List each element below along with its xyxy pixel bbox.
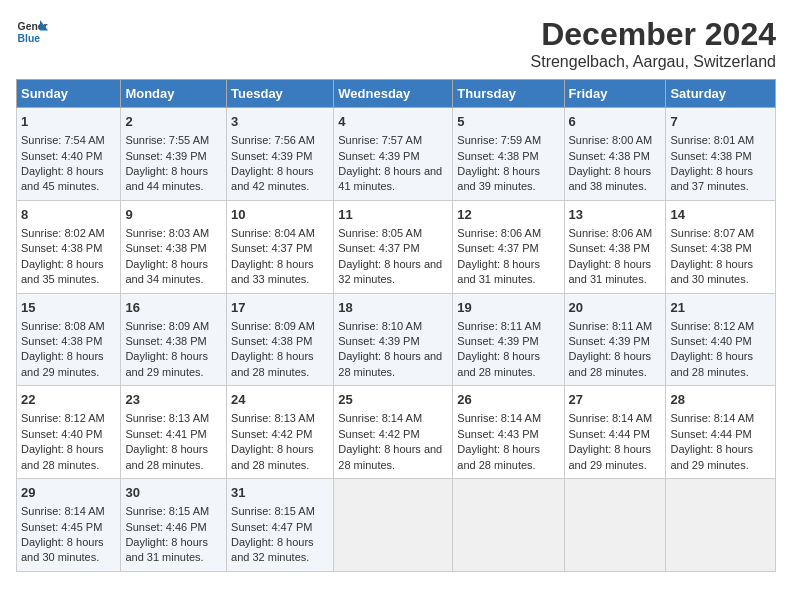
day-number: 9 [125, 206, 222, 224]
sunset-text: Sunset: 4:38 PM [21, 241, 116, 256]
calendar-cell [453, 479, 564, 572]
sunrise-text: Sunrise: 8:10 AM [338, 319, 448, 334]
sunrise-text: Sunrise: 8:02 AM [21, 226, 116, 241]
svg-text:Blue: Blue [18, 33, 41, 44]
sunset-text: Sunset: 4:38 PM [569, 241, 662, 256]
main-title: December 2024 [531, 16, 776, 53]
sunset-text: Sunset: 4:39 PM [457, 334, 559, 349]
sunset-text: Sunset: 4:37 PM [231, 241, 329, 256]
sunset-text: Sunset: 4:45 PM [21, 520, 116, 535]
sunset-text: Sunset: 4:40 PM [670, 334, 771, 349]
calendar-cell: 20Sunrise: 8:11 AMSunset: 4:39 PMDayligh… [564, 293, 666, 386]
header-day-sunday: Sunday [17, 80, 121, 108]
daylight-text: Daylight: 8 hours and 28 minutes. [21, 442, 116, 473]
day-number: 21 [670, 299, 771, 317]
calendar-cell: 5Sunrise: 7:59 AMSunset: 4:38 PMDaylight… [453, 108, 564, 201]
calendar-cell: 13Sunrise: 8:06 AMSunset: 4:38 PMDayligh… [564, 200, 666, 293]
sunrise-text: Sunrise: 8:14 AM [457, 411, 559, 426]
calendar-cell: 10Sunrise: 8:04 AMSunset: 4:37 PMDayligh… [227, 200, 334, 293]
sunset-text: Sunset: 4:38 PM [21, 334, 116, 349]
day-number: 13 [569, 206, 662, 224]
sunset-text: Sunset: 4:42 PM [231, 427, 329, 442]
daylight-text: Daylight: 8 hours and 35 minutes. [21, 257, 116, 288]
sunset-text: Sunset: 4:39 PM [231, 149, 329, 164]
day-number: 28 [670, 391, 771, 409]
sunrise-text: Sunrise: 8:08 AM [21, 319, 116, 334]
daylight-text: Daylight: 8 hours and 29 minutes. [569, 442, 662, 473]
daylight-text: Daylight: 8 hours and 33 minutes. [231, 257, 329, 288]
daylight-text: Daylight: 8 hours and 29 minutes. [21, 349, 116, 380]
day-number: 4 [338, 113, 448, 131]
day-number: 31 [231, 484, 329, 502]
day-number: 6 [569, 113, 662, 131]
sunrise-text: Sunrise: 8:09 AM [231, 319, 329, 334]
sunset-text: Sunset: 4:38 PM [457, 149, 559, 164]
day-number: 7 [670, 113, 771, 131]
week-row-3: 15Sunrise: 8:08 AMSunset: 4:38 PMDayligh… [17, 293, 776, 386]
sunrise-text: Sunrise: 8:09 AM [125, 319, 222, 334]
sunrise-text: Sunrise: 8:14 AM [670, 411, 771, 426]
day-number: 19 [457, 299, 559, 317]
daylight-text: Daylight: 8 hours and 28 minutes. [231, 442, 329, 473]
sunset-text: Sunset: 4:38 PM [125, 241, 222, 256]
calendar-cell: 30Sunrise: 8:15 AMSunset: 4:46 PMDayligh… [121, 479, 227, 572]
daylight-text: Daylight: 8 hours and 44 minutes. [125, 164, 222, 195]
day-number: 22 [21, 391, 116, 409]
calendar-cell: 3Sunrise: 7:56 AMSunset: 4:39 PMDaylight… [227, 108, 334, 201]
sunset-text: Sunset: 4:44 PM [569, 427, 662, 442]
calendar-cell: 11Sunrise: 8:05 AMSunset: 4:37 PMDayligh… [334, 200, 453, 293]
sunrise-text: Sunrise: 7:54 AM [21, 133, 116, 148]
header-day-tuesday: Tuesday [227, 80, 334, 108]
calendar-cell: 2Sunrise: 7:55 AMSunset: 4:39 PMDaylight… [121, 108, 227, 201]
sunset-text: Sunset: 4:39 PM [125, 149, 222, 164]
calendar-cell [666, 479, 776, 572]
calendar-cell [564, 479, 666, 572]
calendar-cell: 24Sunrise: 8:13 AMSunset: 4:42 PMDayligh… [227, 386, 334, 479]
calendar-cell: 9Sunrise: 8:03 AMSunset: 4:38 PMDaylight… [121, 200, 227, 293]
daylight-text: Daylight: 8 hours and 31 minutes. [125, 535, 222, 566]
title-block: December 2024 Strengelbach, Aargau, Swit… [531, 16, 776, 71]
daylight-text: Daylight: 8 hours and 28 minutes. [670, 349, 771, 380]
daylight-text: Daylight: 8 hours and 28 minutes. [231, 349, 329, 380]
calendar-cell: 8Sunrise: 8:02 AMSunset: 4:38 PMDaylight… [17, 200, 121, 293]
sunset-text: Sunset: 4:39 PM [569, 334, 662, 349]
subtitle: Strengelbach, Aargau, Switzerland [531, 53, 776, 71]
sunrise-text: Sunrise: 8:12 AM [670, 319, 771, 334]
day-number: 16 [125, 299, 222, 317]
sunrise-text: Sunrise: 8:14 AM [569, 411, 662, 426]
calendar-cell: 25Sunrise: 8:14 AMSunset: 4:42 PMDayligh… [334, 386, 453, 479]
sunset-text: Sunset: 4:44 PM [670, 427, 771, 442]
day-number: 29 [21, 484, 116, 502]
calendar-cell: 22Sunrise: 8:12 AMSunset: 4:40 PMDayligh… [17, 386, 121, 479]
calendar-cell [334, 479, 453, 572]
sunrise-text: Sunrise: 7:59 AM [457, 133, 559, 148]
sunset-text: Sunset: 4:39 PM [338, 149, 448, 164]
calendar-cell: 27Sunrise: 8:14 AMSunset: 4:44 PMDayligh… [564, 386, 666, 479]
sunset-text: Sunset: 4:38 PM [670, 149, 771, 164]
calendar-cell: 31Sunrise: 8:15 AMSunset: 4:47 PMDayligh… [227, 479, 334, 572]
sunset-text: Sunset: 4:38 PM [125, 334, 222, 349]
daylight-text: Daylight: 8 hours and 34 minutes. [125, 257, 222, 288]
daylight-text: Daylight: 8 hours and 42 minutes. [231, 164, 329, 195]
daylight-text: Daylight: 8 hours and 41 minutes. [338, 164, 448, 195]
sunrise-text: Sunrise: 8:12 AM [21, 411, 116, 426]
sunset-text: Sunset: 4:40 PM [21, 427, 116, 442]
daylight-text: Daylight: 8 hours and 37 minutes. [670, 164, 771, 195]
header-day-saturday: Saturday [666, 80, 776, 108]
sunset-text: Sunset: 4:38 PM [670, 241, 771, 256]
calendar-cell: 26Sunrise: 8:14 AMSunset: 4:43 PMDayligh… [453, 386, 564, 479]
header-day-wednesday: Wednesday [334, 80, 453, 108]
sunrise-text: Sunrise: 8:03 AM [125, 226, 222, 241]
daylight-text: Daylight: 8 hours and 28 minutes. [457, 349, 559, 380]
sunrise-text: Sunrise: 8:11 AM [569, 319, 662, 334]
day-number: 14 [670, 206, 771, 224]
day-number: 3 [231, 113, 329, 131]
week-row-1: 1Sunrise: 7:54 AMSunset: 4:40 PMDaylight… [17, 108, 776, 201]
sunrise-text: Sunrise: 7:56 AM [231, 133, 329, 148]
calendar-cell: 16Sunrise: 8:09 AMSunset: 4:38 PMDayligh… [121, 293, 227, 386]
sunset-text: Sunset: 4:37 PM [338, 241, 448, 256]
sunrise-text: Sunrise: 8:13 AM [125, 411, 222, 426]
daylight-text: Daylight: 8 hours and 29 minutes. [125, 349, 222, 380]
header-day-monday: Monday [121, 80, 227, 108]
header-day-thursday: Thursday [453, 80, 564, 108]
